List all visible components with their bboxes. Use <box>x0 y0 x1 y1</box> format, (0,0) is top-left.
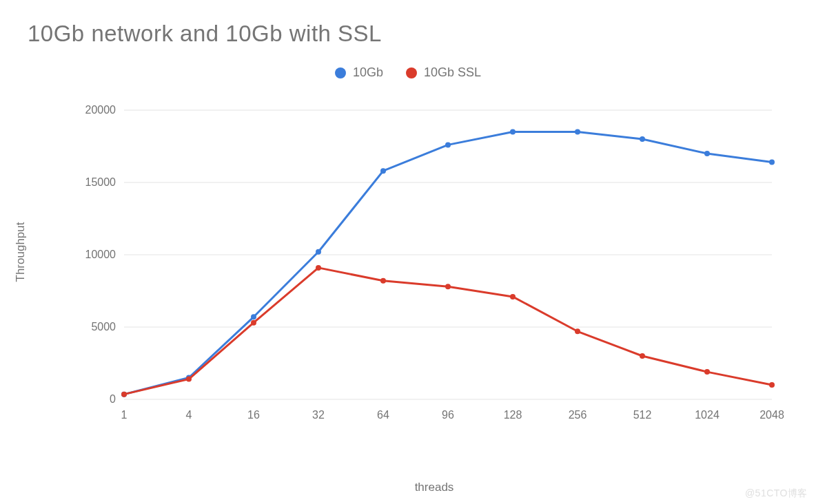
series-point <box>640 136 645 142</box>
series-point <box>186 377 192 382</box>
svg-text:4: 4 <box>186 409 192 421</box>
legend-item-10gb-ssl: 10Gb SSL <box>406 65 481 80</box>
series-point <box>769 160 775 165</box>
chart-title: 10Gb network and 10Gb with SSL <box>28 21 382 47</box>
series-point <box>251 320 256 326</box>
y-tick-labels: 05000100001500020000 <box>85 104 116 405</box>
svg-text:96: 96 <box>442 409 454 421</box>
series-point <box>316 265 321 271</box>
watermark: @51CTO博客 <box>745 487 808 500</box>
series-point <box>575 129 580 135</box>
legend-item-10gb: 10Gb <box>335 65 383 80</box>
svg-text:1: 1 <box>121 409 127 421</box>
series-point <box>704 369 710 375</box>
svg-text:64: 64 <box>377 409 389 421</box>
series-point <box>510 129 516 135</box>
legend-label-10gb: 10Gb <box>353 65 383 80</box>
x-tick-labels: 141632649612825651210242048 <box>121 409 784 421</box>
svg-text:1024: 1024 <box>695 409 720 421</box>
series-point <box>380 168 386 174</box>
svg-text:16: 16 <box>247 409 260 421</box>
series-point <box>769 382 775 388</box>
svg-text:0: 0 <box>110 393 116 405</box>
legend: 10Gb 10Gb SSL <box>0 65 816 82</box>
gridlines <box>124 110 772 399</box>
chart-container: 10Gb network and 10Gb with SSL 10Gb 10Gb… <box>0 0 816 504</box>
series-point <box>121 392 127 397</box>
series-group <box>121 129 775 397</box>
svg-text:20000: 20000 <box>85 104 116 116</box>
series-point <box>251 314 256 319</box>
svg-text:2048: 2048 <box>759 409 784 421</box>
series-point <box>640 353 645 359</box>
svg-text:32: 32 <box>312 409 325 421</box>
series-point <box>704 151 710 156</box>
legend-dot-10gb <box>335 67 346 78</box>
svg-text:15000: 15000 <box>85 176 116 188</box>
series-line-1 <box>124 132 772 395</box>
chart-svg: 05000100001500020000 1416326496128256512… <box>83 103 786 427</box>
legend-label-10gb-ssl: 10Gb SSL <box>424 65 481 80</box>
plot-area: 05000100001500020000 1416326496128256512… <box>83 103 786 427</box>
y-axis-title: Throughput <box>14 0 28 504</box>
svg-text:128: 128 <box>504 409 522 421</box>
svg-text:10000: 10000 <box>85 249 116 260</box>
legend-dot-10gb-ssl <box>406 67 417 78</box>
series-point <box>380 278 386 284</box>
svg-text:256: 256 <box>569 409 587 421</box>
series-point <box>575 328 580 334</box>
series-point <box>316 249 321 255</box>
series-point <box>445 142 451 147</box>
svg-text:512: 512 <box>633 409 652 421</box>
x-axis-title: threads <box>83 481 786 494</box>
series-point <box>510 294 516 300</box>
svg-text:5000: 5000 <box>91 321 116 333</box>
series-point <box>445 284 451 289</box>
